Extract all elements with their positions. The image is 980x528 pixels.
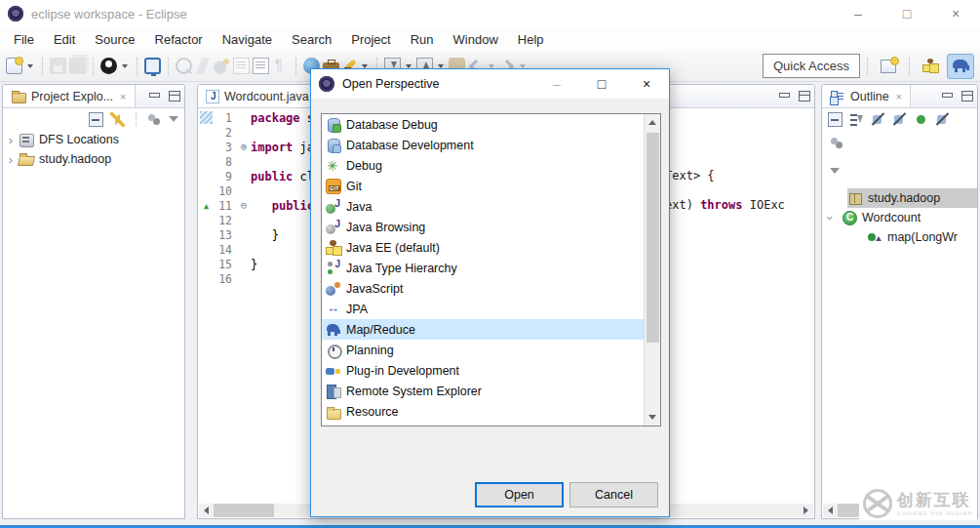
new-java-element-icon[interactable] xyxy=(214,58,230,74)
new-wizard-icon[interactable] xyxy=(6,58,22,74)
link-with-editor-icon[interactable] xyxy=(110,112,125,127)
menu-source[interactable]: Source xyxy=(85,29,144,50)
quick-access-button[interactable]: Quick Access xyxy=(763,54,860,78)
collapse-all-icon[interactable] xyxy=(89,112,103,127)
perspective-item[interactable]: Resource xyxy=(322,401,660,422)
javaee-perspective-button[interactable] xyxy=(917,54,944,79)
external-tools-icon[interactable] xyxy=(176,58,192,74)
menu-navigate[interactable]: Navigate xyxy=(213,29,282,50)
minimize-view-icon[interactable] xyxy=(778,91,790,102)
outline-item-class[interactable]: Wordcount xyxy=(822,208,977,227)
project-explorer-tab[interactable]: Project Explo... × xyxy=(3,85,136,107)
collapse-chevron-icon[interactable] xyxy=(823,210,838,225)
show-whitespace-icon[interactable] xyxy=(272,58,289,74)
minimize-view-icon[interactable] xyxy=(148,91,160,102)
run-last-icon[interactable] xyxy=(196,58,210,74)
menu-search[interactable]: Search xyxy=(282,29,341,50)
fold-marker-icon[interactable]: ⊕ xyxy=(237,141,251,153)
expand-chevron-icon[interactable] xyxy=(3,133,19,147)
user-account-icon[interactable] xyxy=(100,58,117,74)
expand-chevron-icon[interactable] xyxy=(3,152,19,167)
scroll-down-icon[interactable] xyxy=(645,409,661,426)
cancel-button[interactable]: Cancel xyxy=(569,482,658,508)
previous-annotation-dropdown-icon[interactable] xyxy=(438,64,444,68)
perspective-list-scrollbar[interactable] xyxy=(644,114,660,426)
scroll-left-icon[interactable] xyxy=(823,504,838,517)
dialog-close-button[interactable]: × xyxy=(624,69,669,99)
scroll-left-icon[interactable] xyxy=(199,504,214,517)
perspective-item[interactable]: Java Browsing xyxy=(322,217,660,237)
perspective-item[interactable]: Java xyxy=(322,196,660,217)
scroll-up-icon[interactable] xyxy=(645,114,661,131)
perspective-item[interactable]: Java Type Hierarchy xyxy=(322,258,660,278)
maximize-view-icon[interactable] xyxy=(169,91,180,102)
perspective-item[interactable]: Database Debug xyxy=(322,114,660,135)
perspective-item[interactable]: Git xyxy=(322,176,660,196)
menu-run[interactable]: Run xyxy=(401,29,444,50)
perspective-item-label: Java EE (default) xyxy=(346,241,440,255)
perspective-item[interactable]: Database Development xyxy=(322,135,660,155)
perspective-item[interactable]: Plug-in Development xyxy=(322,360,660,381)
collapse-all-icon[interactable] xyxy=(828,112,843,127)
sort-alphabetically-icon[interactable] xyxy=(849,112,864,127)
user-account-dropdown-icon[interactable] xyxy=(122,64,128,68)
toolbar-separator xyxy=(295,58,296,75)
perspective-item[interactable]: Remote System Explorer xyxy=(322,381,660,401)
menu-project[interactable]: Project xyxy=(341,29,400,50)
tab-close-icon[interactable]: × xyxy=(896,91,902,102)
scrollbar-thumb[interactable] xyxy=(214,504,274,517)
debug-icon xyxy=(326,158,341,174)
view-menu-icon[interactable] xyxy=(830,168,840,174)
window-close-button[interactable]: × xyxy=(931,0,980,27)
perspective-item[interactable]: JavaScript xyxy=(322,278,660,299)
menu-window[interactable]: Window xyxy=(444,29,508,50)
forward-dropdown-icon[interactable] xyxy=(520,64,526,68)
perspective-item[interactable]: Planning xyxy=(322,340,660,360)
outline-item-method[interactable]: map(LongWr xyxy=(822,227,977,247)
focus-task-icon[interactable] xyxy=(830,136,844,150)
save-icon[interactable] xyxy=(50,58,66,74)
mapreduce-perspective-button[interactable] xyxy=(947,54,974,79)
hide-local-types-icon[interactable] xyxy=(935,112,950,127)
perspective-item[interactable]: JPA xyxy=(322,299,660,319)
menu-edit[interactable]: Edit xyxy=(44,29,85,50)
back-dropdown-icon[interactable] xyxy=(489,64,494,68)
view-menu-icon[interactable] xyxy=(169,116,178,122)
save-all-icon[interactable] xyxy=(69,58,86,74)
perspective-item[interactable]: Java EE (default) xyxy=(322,237,660,258)
maximize-view-icon[interactable] xyxy=(799,91,810,102)
window-maximize-button[interactable]: □ xyxy=(882,0,931,27)
tree-item-dfs-locations[interactable]: DFS Locations xyxy=(3,130,184,149)
hide-non-public-members-icon[interactable] xyxy=(914,112,928,127)
scroll-right-icon[interactable] xyxy=(799,504,813,517)
tab-close-icon[interactable]: × xyxy=(120,91,126,102)
open-type-icon[interactable] xyxy=(233,58,250,74)
new-wizard-dropdown-icon[interactable] xyxy=(27,64,33,68)
perspective-item[interactable]: Debug xyxy=(322,155,660,176)
outline-tab[interactable]: Outline × xyxy=(822,85,911,107)
tree-item-study-hadoop[interactable]: study.hadoop xyxy=(3,149,184,169)
open-button[interactable]: Open xyxy=(475,482,564,508)
mark-occurrences-dropdown-icon[interactable] xyxy=(362,64,368,68)
outline-item-package[interactable]: study.hadoop xyxy=(822,188,977,208)
fold-marker-icon[interactable]: ⊖ xyxy=(237,199,251,212)
open-resource-icon[interactable] xyxy=(253,58,269,74)
next-annotation-dropdown-icon[interactable] xyxy=(406,64,412,68)
window-minimize-button[interactable]: – xyxy=(834,0,882,27)
dfs-browser-icon[interactable] xyxy=(144,58,161,74)
menu-help[interactable]: Help xyxy=(508,29,554,50)
plugin-development-icon xyxy=(326,363,341,379)
dialog-minimize-button[interactable]: – xyxy=(534,69,579,99)
hide-static-members-icon[interactable] xyxy=(892,112,907,127)
dialog-maximize-button[interactable]: □ xyxy=(579,69,624,99)
perspective-item-selected[interactable]: Map/Reduce xyxy=(322,319,660,340)
focus-task-icon[interactable] xyxy=(147,112,162,127)
hide-fields-icon[interactable] xyxy=(871,112,885,127)
scrollbar-thumb[interactable] xyxy=(647,133,659,343)
maximize-view-icon[interactable] xyxy=(961,91,973,102)
project-explorer-icon xyxy=(11,89,26,104)
open-perspective-button[interactable] xyxy=(875,54,902,79)
menu-file[interactable]: File xyxy=(4,29,44,50)
menu-refactor[interactable]: Refactor xyxy=(145,29,213,50)
minimize-view-icon[interactable] xyxy=(941,91,953,102)
